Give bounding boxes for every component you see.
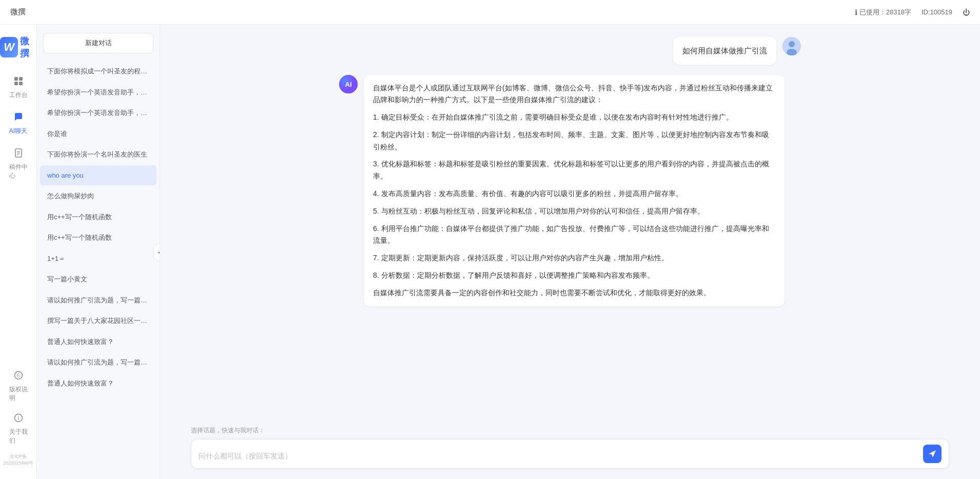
message-bubble: 自媒体平台是个人或团队通过互联网平台(如博客、微博、微信公众号、抖音、快手等)发…	[364, 75, 785, 306]
avatar	[782, 37, 801, 55]
nav-bottom: © 版权说明 i 关于我们 京ICP备2022015948号	[0, 366, 36, 469]
message-paragraph: 6. 利用平台推广功能：自媒体平台都提供了推广功能，如广告投放、付费推广等，可以…	[373, 223, 775, 247]
copyright-label: 版权说明	[9, 385, 28, 403]
conversation-item[interactable]: 写一篇小黄文	[40, 269, 156, 290]
svg-text:©: ©	[16, 373, 21, 378]
usage-label: 已使用：28318字	[859, 8, 911, 17]
conversation-item[interactable]: 请以如何推广引流为题，写一篇大纲	[40, 352, 156, 373]
message-row: AI自媒体平台是个人或团队通过互联网平台(如博客、微博、微信公众号、抖音、快手等…	[339, 75, 801, 306]
sidebar-item-ai-chat[interactable]: AI聊天	[3, 108, 34, 140]
sidebar-item-copyright[interactable]: © 版权说明	[3, 366, 34, 407]
topbar: 微撰 ℹ 已使用：28318字 ID:100519 ⏻	[0, 0, 980, 25]
avatar: AI	[339, 75, 358, 93]
logo-icon: W	[0, 37, 18, 58]
info-icon: ℹ	[855, 8, 857, 16]
topbar-right: ℹ 已使用：28318字 ID:100519 ⏻	[855, 8, 970, 17]
chat-input[interactable]	[199, 451, 918, 463]
message-paragraph: 7. 定期更新：定期更新内容，保持活跃度，可以让用户对你的内容产生兴趣，增加用户…	[373, 252, 775, 264]
conversation-item[interactable]: 撰写一篇关于八大家花园社区一刻钟便民生...	[40, 311, 156, 331]
chat-input-area: 选择话题，快速与我对话：	[160, 420, 980, 479]
input-box	[191, 439, 949, 469]
ai-chat-label: AI聊天	[9, 127, 27, 136]
logo: W 微撰	[0, 35, 36, 60]
message-paragraph: 8. 分析数据：定期分析数据，了解用户反馈和喜好，以便调整推广策略和内容发布频率…	[373, 270, 775, 282]
collapse-panel-button[interactable]: ◀	[153, 243, 160, 261]
conv-panel: 新建对话 下面你将模拟成一个叫圣友的程序员、我说...希望你扮演一个英语发音助手…	[37, 25, 160, 479]
icp-text: 京ICP备2022015948号	[0, 451, 36, 469]
ai-chat-icon	[13, 112, 24, 125]
conversation-item[interactable]: 怎么做狗屎炒肉	[40, 186, 156, 206]
workbench-label: 工作台	[9, 91, 28, 100]
message-bubble: 如何用自媒体做推广引流	[673, 37, 776, 65]
logo-text: 微撰	[20, 35, 36, 60]
copyright-icon: ©	[13, 370, 24, 383]
message-paragraph: 3. 优化标题和标签：标题和标签是吸引粉丝的重要因素。优化标题和标签可以让更多的…	[373, 158, 775, 183]
id-label: ID:100519	[922, 8, 952, 16]
chat-messages: 如何用自媒体做推广引流AI自媒体平台是个人或团队通过互联网平台(如博客、微博、微…	[160, 25, 980, 420]
svg-point-13	[789, 41, 795, 47]
svg-rect-0	[14, 77, 18, 81]
sidebar-item-draft[interactable]: 稿件中心	[3, 144, 34, 184]
sidenav: W 微撰 工作台 AI聊天 稿件中心 ©	[0, 25, 37, 479]
conversation-list: 下面你将模拟成一个叫圣友的程序员、我说...希望你扮演一个英语发音助手，我提供给…	[37, 59, 160, 479]
chat-area: 如何用自媒体做推广引流AI自媒体平台是个人或团队通过互联网平台(如博客、微博、微…	[160, 25, 980, 479]
conversation-item[interactable]: 下面你将扮演一个名叫圣友的医生	[40, 144, 156, 165]
conversation-item[interactable]: 希望你扮演一个英语发音助手，我提供给你...	[40, 82, 156, 103]
svg-rect-3	[19, 82, 23, 85]
quick-topics-label: 选择话题，快速与我对话：	[191, 426, 949, 435]
svg-text:i: i	[17, 415, 18, 421]
conversation-item[interactable]: 请以如何推广引流为题，写一篇大纲	[40, 290, 156, 311]
send-button[interactable]	[923, 445, 942, 463]
conversation-item[interactable]: 普通人如何快速致富？	[40, 373, 156, 394]
conversation-item[interactable]: who are you	[40, 165, 156, 186]
power-icon[interactable]: ⏻	[963, 8, 970, 16]
about-icon: i	[13, 413, 24, 426]
sidebar-item-workbench[interactable]: 工作台	[3, 72, 34, 104]
conversation-item[interactable]: 用c++写一个随机函数	[40, 227, 156, 248]
draft-icon	[13, 148, 24, 161]
workbench-icon	[13, 76, 24, 89]
conversation-item[interactable]: 你是谁	[40, 124, 156, 144]
sidebar-item-about[interactable]: i 关于我们	[3, 409, 34, 449]
svg-text:AI: AI	[345, 81, 352, 88]
message-paragraph: 自媒体平台是个人或团队通过互联网平台(如博客、微博、微信公众号、抖音、快手等)发…	[373, 82, 775, 107]
usage-info: ℹ 已使用：28318字	[855, 8, 911, 17]
svg-rect-1	[19, 77, 23, 81]
topbar-title: 微撰	[10, 7, 855, 17]
conversation-item[interactable]: 普通人如何快速致富？	[40, 332, 156, 352]
conversation-item[interactable]: 希望你扮演一个英语发音助手，我提供给你...	[40, 103, 156, 123]
message-row: 如何用自媒体做推广引流	[339, 37, 801, 65]
message-paragraph: 5. 与粉丝互动：积极与粉丝互动，回复评论和私信，可以增加用户对你的认可和信任，…	[373, 205, 775, 218]
message-paragraph: 4. 发布高质量内容：发布高质量、有价值、有趣的内容可以吸引更多的粉丝，并提高用…	[373, 188, 775, 200]
draft-label: 稿件中心	[9, 163, 28, 180]
conversation-item[interactable]: 下面你将模拟成一个叫圣友的程序员、我说...	[40, 61, 156, 82]
message-paragraph: 1. 确定目标受众：在开始自媒体推广引流之前，需要明确目标受众是谁，以便在发布内…	[373, 111, 775, 124]
about-label: 关于我们	[9, 428, 28, 445]
message-paragraph: 2. 制定内容计划：制定一份详细的内容计划，包括发布时间、频率、主题、文案、图片…	[373, 129, 775, 154]
message-paragraph: 自媒体推广引流需要具备一定的内容创作和社交能力，同时也需要不断尝试和优化，才能取…	[373, 287, 775, 299]
main-layout: W 微撰 工作台 AI聊天 稿件中心 ©	[0, 25, 980, 479]
new-conversation-button[interactable]: 新建对话	[43, 33, 153, 53]
conversation-item[interactable]: 用c++写一个随机函数	[40, 207, 156, 227]
svg-rect-2	[14, 82, 18, 85]
conversation-item[interactable]: 1+1＝	[40, 248, 156, 269]
